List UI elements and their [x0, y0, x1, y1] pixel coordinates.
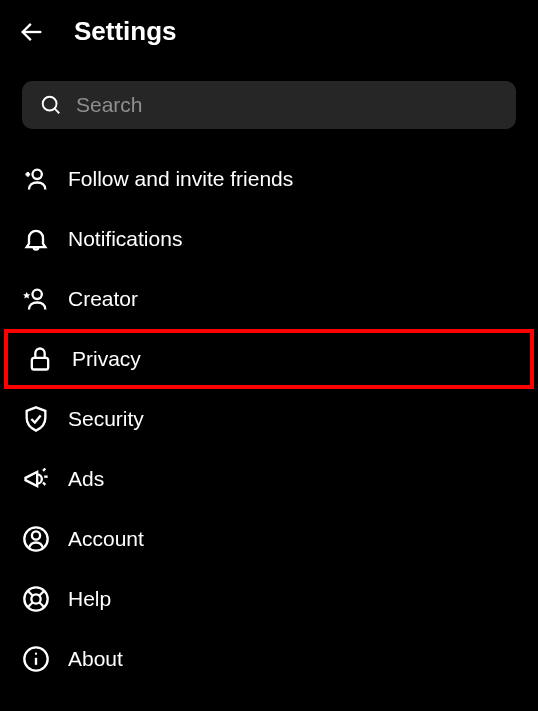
settings-menu: Follow and invite friends Notifications … — [0, 149, 538, 689]
svg-point-13 — [32, 531, 40, 539]
lock-icon — [26, 345, 54, 373]
page-title: Settings — [74, 16, 177, 47]
svg-marker-7 — [23, 292, 30, 298]
info-icon — [22, 645, 50, 673]
bell-icon — [22, 225, 50, 253]
svg-line-17 — [40, 603, 45, 608]
menu-item-label: Help — [68, 587, 111, 611]
menu-item-notifications[interactable]: Notifications — [0, 209, 538, 269]
svg-point-3 — [33, 170, 42, 179]
svg-point-1 — [43, 97, 57, 111]
search-input[interactable] — [76, 93, 498, 117]
svg-line-2 — [55, 109, 60, 114]
user-circle-icon — [22, 525, 50, 553]
svg-point-22 — [35, 653, 37, 655]
menu-item-about[interactable]: About — [0, 629, 538, 689]
back-button[interactable] — [18, 18, 46, 46]
star-user-icon — [22, 285, 50, 313]
menu-item-help[interactable]: Help — [0, 569, 538, 629]
svg-line-18 — [40, 590, 45, 595]
svg-point-6 — [33, 290, 42, 299]
add-user-icon — [22, 165, 50, 193]
menu-item-label: Privacy — [72, 347, 141, 371]
menu-item-label: Ads — [68, 467, 104, 491]
menu-item-label: Follow and invite friends — [68, 167, 293, 191]
menu-item-ads[interactable]: Ads — [0, 449, 538, 509]
menu-item-privacy[interactable]: Privacy — [4, 329, 534, 389]
megaphone-icon — [22, 465, 50, 493]
svg-rect-8 — [32, 358, 48, 370]
svg-line-16 — [27, 590, 32, 595]
svg-line-19 — [27, 603, 32, 608]
shield-icon — [22, 405, 50, 433]
arrow-left-icon — [18, 18, 46, 46]
menu-item-label: About — [68, 647, 123, 671]
svg-point-15 — [31, 594, 40, 603]
menu-item-label: Security — [68, 407, 144, 431]
menu-item-security[interactable]: Security — [0, 389, 538, 449]
svg-line-9 — [43, 469, 45, 471]
menu-item-label: Account — [68, 527, 144, 551]
menu-item-label: Creator — [68, 287, 138, 311]
lifebuoy-icon — [22, 585, 50, 613]
menu-item-creator[interactable]: Creator — [0, 269, 538, 329]
search-bar[interactable] — [22, 81, 516, 129]
search-icon — [40, 94, 62, 116]
svg-line-11 — [43, 483, 45, 485]
header: Settings — [0, 0, 538, 63]
menu-item-follow-invite[interactable]: Follow and invite friends — [0, 149, 538, 209]
menu-item-account[interactable]: Account — [0, 509, 538, 569]
menu-item-label: Notifications — [68, 227, 182, 251]
